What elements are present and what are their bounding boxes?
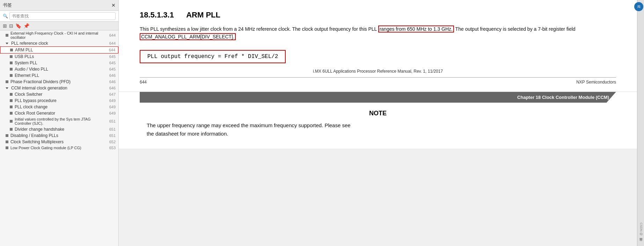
search-input[interactable] <box>9 12 116 20</box>
blue-action-button[interactable]: 阅 <box>634 2 643 11</box>
sidebar-item-clock-root-gen[interactable]: Clock Root Generator 649 <box>0 110 118 116</box>
page-number: 653 <box>105 146 116 150</box>
section-number: 18.5.1.3.1 <box>140 10 174 19</box>
sidebar-item-label: Ethernet PLL <box>15 73 39 78</box>
sidebar-item-label: System PLL <box>15 60 37 65</box>
toolbar-icon-2[interactable]: ⊟ <box>9 23 13 29</box>
sidebar-item-label: Clock Switcher <box>15 92 42 97</box>
section-title: ARM PLL <box>186 10 220 19</box>
search-bar: 🔍 <box>0 11 118 22</box>
sidebar-item-audio-video-pll[interactable]: Audio / Video PLL 645 <box>0 66 118 72</box>
page-number: 649 <box>105 99 116 103</box>
sidebar-item-ccm-internal[interactable]: CCM internal clock generation 646 <box>0 85 118 91</box>
sidebar-item-initial-values[interactable]: Initial values controlled by the Sys tem… <box>0 116 118 126</box>
expand-icon <box>6 43 8 44</box>
sidebar-item-label: Clock Switching Multiplexers <box>10 139 64 144</box>
item-icon <box>10 74 13 77</box>
sidebar-item-pll-ref[interactable]: PLL reference clock 644 <box>0 40 118 46</box>
sidebar-title: 书签 <box>3 2 12 8</box>
page-number: 645 <box>105 55 116 59</box>
sidebar-item-arm-pll[interactable]: ARM PLL 644 <box>0 46 118 53</box>
sidebar-item-label: Phase Fractional Dividers (PFD) <box>10 79 71 84</box>
highlight-register: CCM_ANALOG_PLL_ARM[DIV_SELECT]. <box>140 33 236 40</box>
item-icon <box>10 68 13 71</box>
text-after-highlight1: The output frequency is selected by a 7-… <box>454 26 576 32</box>
sidebar-item-pll-clock-change[interactable]: PLL clock change 649 <box>0 104 118 110</box>
sidebar-item-system-pll[interactable]: System PLL 645 <box>0 60 118 66</box>
page-number: 647 <box>105 92 116 96</box>
item-icon <box>10 106 13 108</box>
page-number: 651 <box>105 127 116 131</box>
page-number: 645 <box>105 67 116 71</box>
item-icon <box>10 112 13 115</box>
sidebar-item-label: Audio / Video PLL <box>15 67 48 72</box>
sidebar-item-label: Divider change handshake <box>15 127 64 132</box>
sidebar-item-low-power-clock[interactable]: Low Power Clock Gating module (LP CG) 65… <box>0 145 118 151</box>
page-number: 649 <box>105 111 116 115</box>
section-heading: 18.5.1.3.1 ARM PLL <box>140 10 616 20</box>
sidebar-item-label: Initial values controlled by the Sys tem… <box>15 117 105 125</box>
sidebar-item-label: Disabling / Enabling PLLs <box>10 133 58 138</box>
tree-container: External High Frequency Clock - CKI H an… <box>0 30 118 246</box>
sidebar-item-ethernet-pll[interactable]: Ethernet PLL 646 <box>0 72 118 79</box>
item-icon <box>10 99 13 102</box>
page-number: 652 <box>105 140 116 144</box>
highlight-range: ranges from 650 MHz to 1.3 GHz. <box>378 26 454 32</box>
page-bottom: Chapter 18 Clock Controller Module (CCM)… <box>119 92 637 149</box>
content-paragraph: This PLL synthesizes a low jitter clock … <box>140 25 616 41</box>
sidebar: 书签 ✕ 🔍 ⊞ ⊟ 🔖 📌 External High Frequency C… <box>0 0 119 246</box>
sidebar-item-disabling-plls[interactable]: Disabling / Enabling PLLs 651 <box>0 132 118 139</box>
footer-publisher: NXP Semiconductors <box>576 80 616 85</box>
text-before-highlight1: This PLL synthesizes a low jitter clock … <box>140 26 378 32</box>
close-icon[interactable]: ✕ <box>111 2 116 8</box>
note-text: The upper frequency range may exceed the… <box>147 121 356 138</box>
watermark-label: CSDN @平平将军 <box>639 223 643 236</box>
note-section: NOTE The upper frequency range may excee… <box>140 110 616 138</box>
toolbar-icon-1[interactable]: ⊞ <box>3 23 7 29</box>
page-number: 646 <box>105 73 116 78</box>
item-icon <box>10 49 13 51</box>
item-icon <box>6 140 8 143</box>
sidebar-item-divider-change[interactable]: Divider change handshake 651 <box>0 126 118 132</box>
search-icon: 🔍 <box>3 14 8 19</box>
item-icon <box>6 134 8 137</box>
item-icon <box>10 55 13 58</box>
toolbar-icon-4[interactable]: 📌 <box>23 23 29 29</box>
right-panel: 阅 CSDN @平平将军 <box>637 0 644 246</box>
expand-icon <box>6 87 8 89</box>
sidebar-item-label: Low Power Clock Gating module (LP CG) <box>10 146 81 150</box>
chapter-header-bar: Chapter 18 Clock Controller Module (CCM) <box>140 92 616 103</box>
page-number: 644 <box>105 33 116 37</box>
sidebar-item-pll-bypass[interactable]: PLL bypass procedure 649 <box>0 97 118 104</box>
sidebar-item-phase-frac[interactable]: Phase Fractional Dividers (PFD) 646 <box>0 79 118 85</box>
page-number: 651 <box>105 133 116 138</box>
page-number: 651 <box>105 119 116 123</box>
page-number: 646 <box>105 86 116 90</box>
sidebar-item-label: PLL reference clock <box>11 41 48 46</box>
item-icon <box>10 128 13 131</box>
chapter-header-text: Chapter 18 Clock Controller Module (CCM) <box>517 95 609 100</box>
formula-text: PLL output frequency = Fref * DIV_SEL/2 <box>147 53 278 60</box>
blue-button-label: 阅 <box>637 5 641 9</box>
sidebar-item-ext-clock[interactable]: External High Frequency Clock - CKI H an… <box>0 30 118 40</box>
item-icon <box>10 62 13 64</box>
doc-title: i.MX 6ULL Applications Processor Referen… <box>140 69 616 74</box>
item-icon <box>10 120 13 123</box>
footer-page-num: 644 <box>140 80 147 85</box>
sidebar-item-label: USB PLLs <box>15 54 34 59</box>
sidebar-item-label: PLL bypass procedure <box>15 98 57 103</box>
main-content: 18.5.1.3.1 ARM PLL This PLL synthesizes … <box>119 0 637 246</box>
sidebar-item-label: CCM internal clock generation <box>11 86 67 91</box>
formula-box: PLL output frequency = Fref * DIV_SEL/2 <box>140 50 286 63</box>
page-number: 646 <box>105 80 116 84</box>
sidebar-header: 书签 ✕ <box>0 0 118 11</box>
item-icon <box>6 80 8 83</box>
sidebar-item-usb-plls[interactable]: USB PLLs 645 <box>0 53 118 60</box>
sidebar-item-clock-switcher[interactable]: Clock Switcher 647 <box>0 91 118 97</box>
page-number: 644 <box>105 41 116 45</box>
toolbar-icon-3[interactable]: 🔖 <box>15 23 21 29</box>
page-top: 18.5.1.3.1 ARM PLL This PLL synthesizes … <box>119 0 637 92</box>
sidebar-item-label: External High Frequency Clock - CKI H an… <box>10 31 105 39</box>
page-number: 645 <box>105 61 116 65</box>
sidebar-item-clock-switching[interactable]: Clock Switching Multiplexers 652 <box>0 139 118 145</box>
